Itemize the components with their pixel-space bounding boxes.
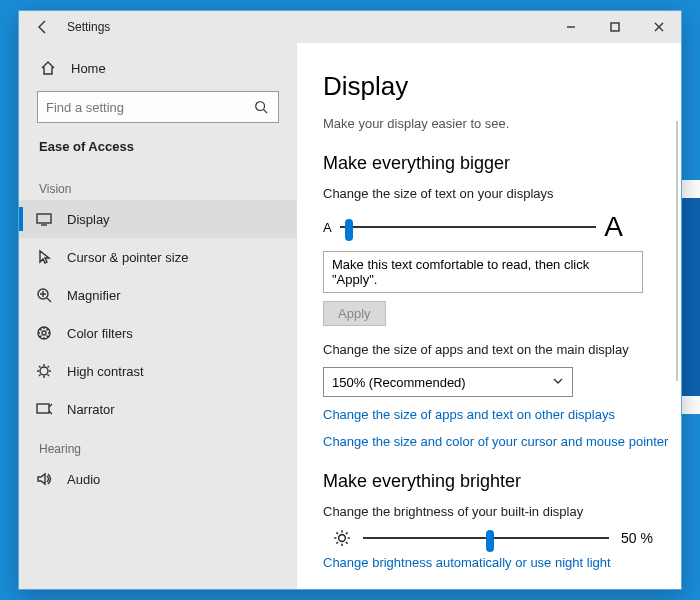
svg-point-1 [256,102,265,111]
sidebar-item-narrator[interactable]: Narrator [19,390,297,428]
svg-rect-0 [611,23,619,31]
narrator-icon [35,400,53,418]
sidebar-item-label: High contrast [67,364,144,379]
back-button[interactable] [19,19,67,35]
main-content: Display Make your display easier to see.… [297,43,681,589]
brightness-slider[interactable]: 50 % [333,529,653,547]
search-input[interactable]: Find a setting [37,91,279,123]
svg-rect-7 [37,404,49,413]
brightness-icon [333,529,351,547]
slider-thumb[interactable] [486,530,494,552]
page-subtitle: Make your display easier to see. [323,116,681,131]
sidebar-item-label: Display [67,212,110,227]
sidebar-item-label: Narrator [67,402,115,417]
settings-window: Settings Home Find a setting Ease of Acc… [18,10,682,590]
sidebar-item-magnifier[interactable]: Magnifier [19,276,297,314]
svg-point-5 [42,331,46,335]
home-icon [39,59,57,77]
slider-thumb[interactable] [345,219,353,241]
sidebar-item-label: Color filters [67,326,133,341]
sample-text-box: Make this text comfortable to read, then… [323,251,643,293]
link-cursor-size[interactable]: Change the size and color of your cursor… [323,434,681,449]
svg-point-6 [40,367,48,375]
group-vision: Vision [19,168,297,200]
sidebar-item-label: Magnifier [67,288,120,303]
page-title: Display [323,71,681,102]
home-label: Home [71,61,106,76]
category-label: Ease of Access [19,133,297,168]
highcontrast-icon [35,362,53,380]
cursor-icon [35,248,53,266]
brightness-value: 50 % [621,530,653,546]
slider-track[interactable] [340,226,597,228]
audio-icon [35,470,53,488]
home-link[interactable]: Home [19,49,297,87]
group-hearing: Hearing [19,428,297,460]
chevron-down-icon [552,375,564,390]
brightness-label: Change the brightness of your built-in d… [323,504,681,519]
scale-value: 150% (Recommended) [332,375,466,390]
window-title: Settings [67,20,110,34]
close-button[interactable] [637,11,681,43]
monitor-icon [35,210,53,228]
link-other-displays[interactable]: Change the size of apps and text on othe… [323,407,681,422]
sidebar-item-highcontrast[interactable]: High contrast [19,352,297,390]
section-bigger-heading: Make everything bigger [323,153,681,174]
sidebar-item-label: Audio [67,472,100,487]
sidebar-item-colorfilters[interactable]: Color filters [19,314,297,352]
text-size-min-icon: A [323,220,332,235]
svg-rect-2 [37,214,51,223]
text-size-max-icon: A [604,211,623,243]
search-icon [252,98,270,116]
text-size-label: Change the size of text on your displays [323,186,681,201]
link-nightlight[interactable]: Change brightness automatically or use n… [323,555,681,570]
slider-track[interactable] [363,537,609,539]
window-controls [549,11,681,43]
colorfilters-icon [35,324,53,342]
text-size-slider[interactable]: A A [323,211,623,243]
titlebar: Settings [19,11,681,43]
scale-select[interactable]: 150% (Recommended) [323,367,573,397]
sidebar-item-label: Cursor & pointer size [67,250,188,265]
sidebar-item-cursor[interactable]: Cursor & pointer size [19,238,297,276]
search-placeholder: Find a setting [46,100,252,115]
minimize-button[interactable] [549,11,593,43]
section-brighter-heading: Make everything brighter [323,471,681,492]
sidebar: Home Find a setting Ease of Access Visio… [19,43,297,589]
main-scrollbar[interactable] [676,121,678,381]
magnifier-icon [35,286,53,304]
maximize-button[interactable] [593,11,637,43]
window-body: Home Find a setting Ease of Access Visio… [19,43,681,589]
svg-point-8 [339,535,346,542]
apply-button[interactable]: Apply [323,301,386,326]
sidebar-item-audio[interactable]: Audio [19,460,297,498]
sidebar-item-display[interactable]: Display [19,200,297,238]
apps-size-label: Change the size of apps and text on the … [323,342,681,357]
